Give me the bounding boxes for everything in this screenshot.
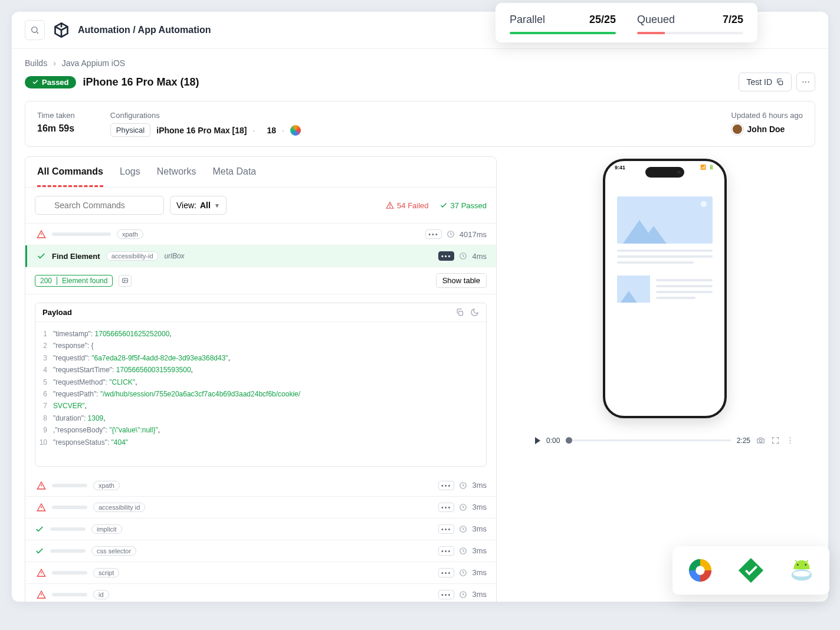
svg-line-34 bbox=[806, 560, 808, 563]
global-search-button[interactable] bbox=[25, 20, 45, 40]
test-id-button[interactable]: Test ID bbox=[739, 73, 792, 91]
command-row[interactable]: xpath ••• 4017ms bbox=[25, 224, 496, 245]
failed-count: 54 Failed bbox=[386, 201, 428, 210]
svg-point-0 bbox=[32, 27, 37, 32]
commands-panel: All Commands Logs Networks Meta Data Vie… bbox=[25, 156, 497, 602]
more-icon[interactable] bbox=[786, 436, 795, 445]
command-row[interactable]: css selector•••3ms bbox=[25, 540, 496, 562]
svg-point-36 bbox=[793, 571, 811, 577]
chevron-right-icon: › bbox=[53, 58, 56, 68]
payload-block: Payload 1"timestamp": 170566560162525200… bbox=[35, 303, 487, 467]
svg-point-32 bbox=[805, 564, 806, 566]
search-commands-input[interactable] bbox=[35, 196, 164, 215]
phone-clock: 9:41 bbox=[615, 165, 625, 170]
video-scrubber[interactable] bbox=[566, 439, 730, 441]
video-duration: 2:25 bbox=[737, 437, 750, 445]
breadcrumb: Builds › Java Appium iOS bbox=[25, 58, 815, 68]
svg-point-31 bbox=[797, 564, 799, 566]
svg-point-3 bbox=[802, 81, 803, 83]
view-filter-button[interactable]: View: All ▼ bbox=[170, 196, 227, 215]
command-row-expanded[interactable]: Find Element accessibility-id urlBox •••… bbox=[25, 245, 496, 267]
product-logo-icon bbox=[53, 22, 70, 38]
payload-title: Payload bbox=[42, 308, 72, 317]
color-wheel-icon bbox=[290, 125, 301, 136]
svg-point-28 bbox=[790, 440, 791, 441]
svg-point-14 bbox=[124, 280, 125, 281]
command-row[interactable]: script•••3ms bbox=[25, 562, 496, 584]
device-name: iPhone 16 Pro Max [18] bbox=[156, 126, 247, 135]
queued-label: Queued bbox=[637, 14, 675, 26]
svg-point-26 bbox=[759, 439, 762, 442]
device-preview: 9:41 📶 🔋 bbox=[603, 159, 727, 418]
svg-line-1 bbox=[37, 32, 38, 34]
tab-metadata[interactable]: Meta Data bbox=[212, 157, 256, 187]
svg-point-30 bbox=[695, 566, 704, 575]
parallel-bar bbox=[510, 32, 616, 34]
platforms-card bbox=[672, 546, 829, 595]
status-badge: Passed bbox=[25, 76, 76, 88]
parallel-value: 25/25 bbox=[589, 14, 616, 26]
updated-label: Updated 6 hours ago bbox=[731, 111, 803, 120]
response-badge: 200Element found bbox=[35, 275, 113, 287]
copy-icon bbox=[776, 78, 784, 86]
camera-icon[interactable] bbox=[756, 436, 765, 445]
chevron-down-icon: ▼ bbox=[214, 202, 220, 209]
svg-point-5 bbox=[808, 81, 809, 83]
locator-value: urlBox bbox=[165, 252, 185, 260]
svg-line-33 bbox=[795, 560, 797, 563]
passed-count: 37 Passed bbox=[439, 201, 487, 210]
phone-status-icons: 📶 🔋 bbox=[700, 165, 715, 170]
svg-point-4 bbox=[805, 81, 806, 83]
tab-all-commands[interactable]: All Commands bbox=[37, 157, 103, 187]
configurations-label: Configurations bbox=[110, 111, 301, 120]
clock-icon bbox=[447, 230, 455, 238]
tab-networks[interactable]: Networks bbox=[157, 157, 196, 187]
warning-icon bbox=[37, 229, 46, 239]
time-taken-label: Time taken bbox=[37, 111, 75, 120]
moon-icon[interactable] bbox=[470, 308, 479, 317]
more-menu-button[interactable] bbox=[796, 73, 815, 91]
check-diamond-icon bbox=[737, 557, 764, 584]
selector-pill: xpath bbox=[117, 229, 143, 239]
show-table-button[interactable]: Show table bbox=[436, 273, 487, 288]
play-button[interactable] bbox=[535, 437, 540, 444]
command-row[interactable]: implicit•••3ms bbox=[25, 519, 496, 540]
command-response-bar: 200Element found Show table bbox=[25, 267, 496, 294]
copy-icon[interactable] bbox=[455, 308, 464, 317]
svg-rect-2 bbox=[779, 81, 782, 84]
queued-value: 7/25 bbox=[723, 14, 743, 26]
crumb-root[interactable]: Builds bbox=[25, 58, 47, 68]
page-title: iPhone 16 Pro Max (18) bbox=[83, 76, 199, 88]
video-current-time: 0:00 bbox=[546, 437, 560, 445]
color-wheel-icon bbox=[687, 557, 714, 584]
os-version: 18 bbox=[267, 126, 276, 135]
command-name: Find Element bbox=[52, 252, 100, 261]
screenshot-thumb-icon[interactable] bbox=[119, 275, 132, 287]
check-icon bbox=[37, 251, 46, 261]
tab-logs[interactable]: Logs bbox=[120, 157, 140, 187]
video-controls: 0:00 2:25 bbox=[535, 436, 795, 445]
payload-code: 1"timestamp": 1705665601625252000,2 "res… bbox=[35, 322, 486, 466]
command-row[interactable]: accessibility id•••3ms bbox=[25, 497, 496, 519]
svg-rect-15 bbox=[459, 311, 463, 316]
row-menu-button[interactable]: ••• bbox=[438, 251, 455, 261]
avatar bbox=[731, 123, 743, 135]
row-menu-button[interactable]: ••• bbox=[425, 229, 442, 239]
command-row[interactable]: xpath•••3ms bbox=[25, 475, 496, 497]
user-name: John Doe bbox=[747, 124, 785, 134]
app-breadcrumb: Automation / App Automation bbox=[78, 25, 211, 35]
queue-stats-card: Parallel25/25 Queued7/25 bbox=[496, 3, 757, 42]
physical-chip: Physical bbox=[110, 123, 150, 137]
parallel-label: Parallel bbox=[510, 14, 545, 26]
summary-card: Time taken 16m 59s Configurations Physic… bbox=[25, 101, 815, 147]
crumb-current: Java Appium iOS bbox=[62, 58, 125, 68]
svg-point-9 bbox=[390, 207, 391, 208]
command-row[interactable]: id•••3ms bbox=[25, 584, 496, 602]
strategy-pill: accessibility-id bbox=[106, 251, 159, 261]
fullscreen-icon[interactable] bbox=[771, 436, 780, 445]
clock-icon bbox=[459, 252, 467, 260]
queued-bar bbox=[637, 32, 665, 34]
android-icon bbox=[788, 557, 815, 584]
svg-point-29 bbox=[790, 442, 791, 444]
time-taken-value: 16m 59s bbox=[37, 123, 75, 134]
